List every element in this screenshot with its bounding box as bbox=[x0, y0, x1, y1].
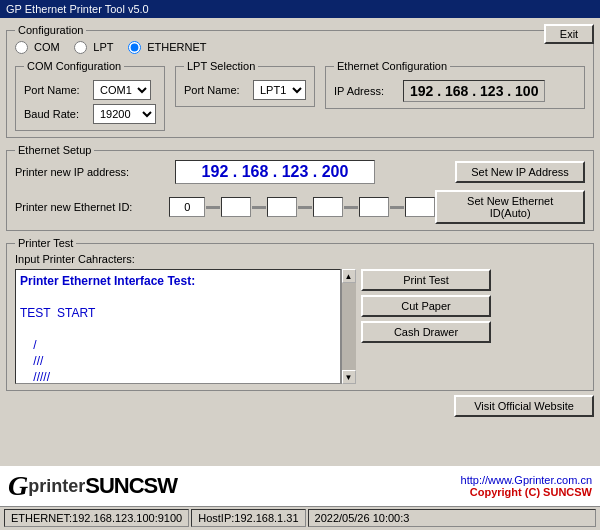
logo-printer-text: printer bbox=[28, 476, 85, 497]
eth-id-1[interactable] bbox=[221, 197, 251, 217]
ethernet-id-label: Printer new Ethernet ID: bbox=[15, 201, 169, 213]
cash-drawer-button[interactable]: Cash Drawer bbox=[361, 321, 491, 343]
baud-rate-label: Baud Rate: bbox=[24, 108, 89, 120]
eth-id-2[interactable] bbox=[267, 197, 297, 217]
com-port-row: Port Name: COM1 COM2 COM3 bbox=[24, 80, 156, 100]
test-output-line-7: ///// bbox=[20, 370, 336, 384]
window-title: GP Ethernet Printer Tool v5.0 bbox=[6, 3, 149, 15]
logo-suncsw-text: SUNCSW bbox=[85, 473, 177, 499]
visit-btn-area: Visit Official Website bbox=[6, 395, 594, 417]
lpt-config-group: LPT Selection Port Name: LPT1 LPT2 LPT3 bbox=[175, 60, 315, 107]
printer-test-label: Printer Test bbox=[15, 237, 76, 249]
lpt-port-select[interactable]: LPT1 LPT2 LPT3 bbox=[253, 80, 306, 100]
test-output: Printer Ethernet Interface Test: TEST ST… bbox=[15, 269, 341, 384]
logo-url: http://www.Gprinter.com.cn bbox=[461, 474, 592, 486]
radio-group: COM LPT ETHERNET bbox=[15, 40, 585, 54]
logo-left: G printer SUNCSW bbox=[8, 470, 177, 502]
ethernet-setup-group: Ethernet Setup Printer new IP address: 1… bbox=[6, 144, 594, 231]
scroll-track[interactable] bbox=[342, 283, 356, 370]
lpt-config-label: LPT Selection bbox=[184, 60, 258, 72]
input-chars-label: Input Printer Cahracters: bbox=[15, 253, 585, 265]
eth-id-5[interactable] bbox=[405, 197, 435, 217]
configuration-group: Configuration COM LPT ETHERNET COM Confi… bbox=[6, 24, 594, 138]
lpt-port-label: Port Name: bbox=[184, 84, 249, 96]
radio-ethernet-label: ETHERNET bbox=[147, 41, 206, 53]
main-window: Exit Configuration COM LPT ETHERNET COM … bbox=[0, 18, 600, 466]
test-buttons: Print Test Cut Paper Cash Drawer bbox=[361, 269, 501, 384]
ethernet-id-row: Printer new Ethernet ID: Set New Etherne… bbox=[15, 190, 585, 224]
ethernet-id-fields bbox=[169, 197, 435, 217]
ethernet-config-group: Ethernet Configuration IP Adress: 192 . … bbox=[325, 60, 585, 109]
scroll-down-arrow[interactable]: ▼ bbox=[342, 370, 356, 384]
visit-website-button[interactable]: Visit Official Website bbox=[454, 395, 594, 417]
baud-rate-row: Baud Rate: 9600 19200 38400 115200 bbox=[24, 104, 156, 124]
logo-copyright: Copyright (C) SUNCSW bbox=[461, 486, 592, 498]
test-output-line-0: Printer Ethernet Interface Test: bbox=[20, 274, 336, 288]
lpt-port-row: Port Name: LPT1 LPT2 LPT3 bbox=[184, 80, 306, 100]
com-port-label: Port Name: bbox=[24, 84, 89, 96]
eth-sep-4 bbox=[344, 206, 358, 209]
status-bar: ETHERNET:192.168.123.100:9100 HostIP:192… bbox=[0, 506, 600, 528]
configuration-label: Configuration bbox=[15, 24, 86, 36]
eth-id-0[interactable] bbox=[169, 197, 205, 217]
eth-sep-3 bbox=[298, 206, 312, 209]
radio-ethernet[interactable] bbox=[128, 41, 141, 54]
test-output-line-2 bbox=[20, 290, 336, 304]
exit-button-area: Exit bbox=[544, 24, 594, 44]
ethernet-ip-row: IP Adress: 192 . 168 . 123 . 100 bbox=[334, 80, 576, 102]
status-ethernet: ETHERNET:192.168.123.100:9100 bbox=[4, 509, 189, 527]
logo-g-letter: G bbox=[8, 470, 28, 502]
set-new-ip-button[interactable]: Set New IP Address bbox=[455, 161, 585, 183]
ethernet-ip-label: IP Adress: bbox=[334, 85, 399, 97]
exit-button[interactable]: Exit bbox=[544, 24, 594, 44]
eth-sep-5 bbox=[390, 206, 404, 209]
com-config-label: COM Configuration bbox=[24, 60, 124, 72]
eth-sep-1 bbox=[206, 206, 220, 209]
radio-com[interactable] bbox=[15, 41, 28, 54]
test-output-line-3: TEST START bbox=[20, 306, 336, 320]
test-output-container: Printer Ethernet Interface Test: TEST ST… bbox=[15, 269, 355, 384]
status-datetime: 2022/05/26 10:00:3 bbox=[308, 509, 596, 527]
set-ethernet-id-button[interactable]: Set New Ethernet ID(Auto) bbox=[435, 190, 585, 224]
test-output-line-5: / bbox=[20, 338, 336, 352]
eth-id-3[interactable] bbox=[313, 197, 343, 217]
status-hostip: HostIP:192.168.1.31 bbox=[191, 509, 305, 527]
eth-id-4[interactable] bbox=[359, 197, 389, 217]
new-ip-row: Printer new IP address: 192 . 168 . 123 … bbox=[15, 160, 585, 184]
logo-right: http://www.Gprinter.com.cn Copyright (C)… bbox=[461, 474, 592, 498]
radio-lpt[interactable] bbox=[74, 41, 87, 54]
new-ip-value: 192 . 168 . 123 . 200 bbox=[175, 160, 375, 184]
title-bar: GP Ethernet Printer Tool v5.0 bbox=[0, 0, 600, 18]
printer-test-area: Printer Ethernet Interface Test: TEST ST… bbox=[15, 269, 585, 384]
sub-configs-row: COM Configuration Port Name: COM1 COM2 C… bbox=[15, 60, 585, 131]
scroll-up-arrow[interactable]: ▲ bbox=[342, 269, 356, 283]
scrollbar[interactable]: ▲ ▼ bbox=[341, 269, 355, 384]
ethernet-config-label: Ethernet Configuration bbox=[334, 60, 450, 72]
test-output-line-4 bbox=[20, 322, 336, 336]
baud-rate-select[interactable]: 9600 19200 38400 115200 bbox=[93, 104, 156, 124]
cut-paper-button[interactable]: Cut Paper bbox=[361, 295, 491, 317]
radio-com-label: COM bbox=[34, 41, 60, 53]
test-output-line-6: /// bbox=[20, 354, 336, 368]
com-config-group: COM Configuration Port Name: COM1 COM2 C… bbox=[15, 60, 165, 131]
printer-test-group: Printer Test Input Printer Cahracters: P… bbox=[6, 237, 594, 391]
eth-sep-2 bbox=[252, 206, 266, 209]
com-port-select[interactable]: COM1 COM2 COM3 bbox=[93, 80, 151, 100]
footer-logo: G printer SUNCSW http://www.Gprinter.com… bbox=[0, 466, 600, 506]
ethernet-ip-value: 192 . 168 . 123 . 100 bbox=[403, 80, 545, 102]
new-ip-label: Printer new IP address: bbox=[15, 166, 175, 178]
ethernet-setup-label: Ethernet Setup bbox=[15, 144, 94, 156]
print-test-button[interactable]: Print Test bbox=[361, 269, 491, 291]
radio-lpt-label: LPT bbox=[93, 41, 113, 53]
